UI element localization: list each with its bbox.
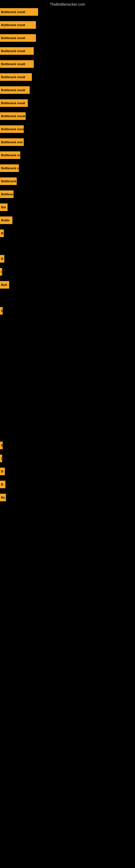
bottleneck-bar-17: Bottle [0, 216, 12, 224]
bottleneck-bar-label-18: B [1, 231, 3, 235]
bottleneck-bar-label-9: Bottleneck result [1, 115, 25, 118]
bottleneck-bar-label-24: | [1, 457, 2, 460]
bottleneck-bar-label-6: Bottleneck result [1, 75, 25, 79]
bottleneck-bar-4: Bottleneck result [0, 47, 34, 55]
bottleneck-bar-label-15: Bottlene [1, 193, 13, 196]
bottleneck-bar-19: B [0, 255, 4, 262]
bottleneck-bar-27: Bo [0, 494, 6, 501]
bottleneck-bar-label-1: Bottleneck result [1, 10, 25, 13]
bottleneck-bar-label-21: Bott [1, 283, 7, 286]
bottleneck-bar-label-20: | [1, 270, 2, 273]
site-title: TheBottlenecker.com [0, 0, 135, 9]
bottleneck-bar-label-3: Bottleneck result [1, 36, 25, 40]
bottleneck-bar-label-8: Bottleneck result [1, 101, 25, 105]
bottleneck-bar-label-16: Bot [1, 206, 6, 209]
bottleneck-bar-label-25: B [1, 470, 3, 473]
bottleneck-bar-6: Bottleneck result [0, 73, 32, 81]
bottleneck-bar-label-12: Bottleneck re [1, 154, 20, 157]
bottleneck-bar-12: Bottleneck re [0, 151, 20, 159]
bottleneck-bar-label-14: Bottleneck r [1, 180, 17, 183]
bottleneck-bar-5: Bottleneck result [0, 60, 34, 68]
bottleneck-bar-label-13: Bottleneck re [1, 166, 19, 170]
bottleneck-bar-label-11: Bottleneck rest [1, 141, 22, 144]
bottleneck-bar-10: Bottleneck result [0, 125, 24, 133]
bottleneck-bar-label-7: Bottleneck result [1, 88, 25, 92]
bottleneck-bar-label-23: E [1, 444, 3, 447]
bottleneck-bar-8: Bottleneck result [0, 99, 28, 107]
bottleneck-bar-23: E [0, 442, 3, 449]
bottleneck-bar-9: Bottleneck result [0, 112, 26, 120]
bottleneck-bar-16: Bot [0, 204, 8, 211]
bottleneck-bar-20: | [0, 268, 2, 276]
bottleneck-bar-3: Bottleneck result [0, 34, 36, 42]
bottleneck-bar-label-27: Bo [1, 496, 5, 499]
bottleneck-bar-15: Bottlene [0, 190, 13, 198]
bottleneck-bar-label-4: Bottleneck result [1, 50, 25, 53]
bottleneck-bar-7: Bottleneck result [0, 86, 30, 94]
bottleneck-bar-26: B [0, 480, 5, 488]
bottleneck-bar-24: | [0, 455, 2, 462]
bottleneck-bar-22: E [0, 307, 3, 315]
bottleneck-bar-label-17: Bottle [1, 219, 9, 222]
bottleneck-bar-18: B [0, 229, 4, 237]
bottleneck-bar-label-10: Bottleneck result [1, 127, 24, 131]
bottleneck-bar-2: Bottleneck result [0, 21, 36, 29]
bottleneck-bar-14: Bottleneck r [0, 177, 17, 185]
bottleneck-bar-label-19: B [1, 257, 3, 260]
bottleneck-bar-label-22: E [1, 309, 3, 312]
bottleneck-bar-1: Bottleneck result [0, 8, 38, 16]
bottleneck-bar-21: Bott [0, 281, 9, 289]
bottleneck-bar-13: Bottleneck re [0, 164, 19, 172]
bottleneck-bar-25: B [0, 468, 5, 475]
bottleneck-bar-label-26: B [1, 483, 3, 486]
bottleneck-bar-11: Bottleneck rest [0, 138, 24, 146]
bottleneck-bar-label-2: Bottleneck result [1, 23, 25, 27]
bottleneck-bar-label-5: Bottleneck result [1, 62, 25, 66]
